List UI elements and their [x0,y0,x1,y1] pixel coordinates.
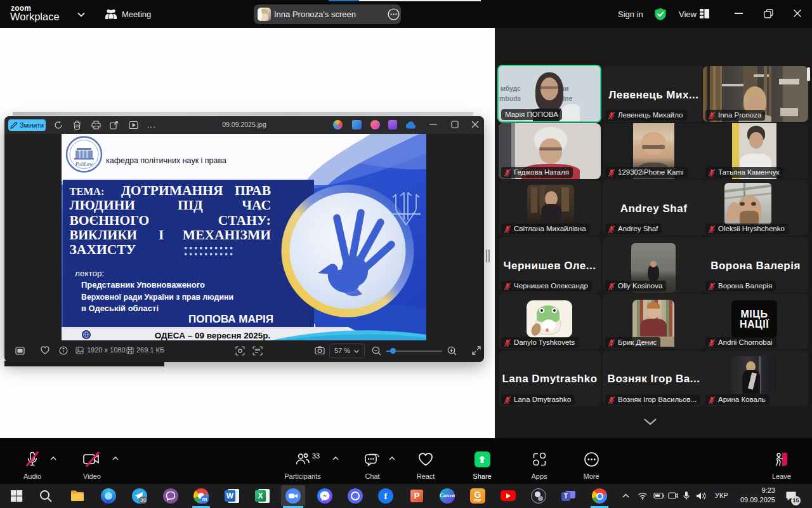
svg-text:ПОПОВА МАРІЯ: ПОПОВА МАРІЯ [188,313,273,325]
svg-text:І: І [159,227,164,243]
svg-text:Представник Уповноваженого: Представник Уповноваженого [81,280,205,290]
svg-text:ОДЕСА – 09 вересня 2025р.: ОДЕСА – 09 вересня 2025р. [155,331,270,340]
svg-text:ЗАХИСТУ: ЗАХИСТУ [70,242,136,257]
svg-text:ЧАС: ЧАС [242,197,271,213]
svg-text:ВИКЛИКИ: ВИКЛИКИ [70,228,138,242]
svg-text:МЕХАНІЗМИ: МЕХАНІЗМИ [183,227,271,243]
svg-text:ДОТРИМАННЯ: ДОТРИМАННЯ [121,183,223,198]
svg-text:ЛЮДИНИ: ЛЮДИНИ [70,197,136,213]
svg-text:ВОЄННОГО: ВОЄННОГО [70,213,150,228]
svg-text:PoliLaw: PoliLaw [75,161,93,167]
svg-text:лектор:: лектор: [75,269,104,278]
svg-text:Верховної ради України з прав: Верховної ради України з прав людини [81,293,233,302]
svg-text:кафедра політичних наук і прав: кафедра політичних наук і права [106,156,226,165]
svg-text:ТЕМА:: ТЕМА: [70,185,105,197]
svg-text:СТАНУ:: СТАНУ: [218,213,271,228]
svg-text:в Одеській області: в Одеській області [81,304,159,313]
svg-text:ПРАВ: ПРАВ [235,183,271,198]
svg-text:ПІД: ПІД [178,197,203,213]
